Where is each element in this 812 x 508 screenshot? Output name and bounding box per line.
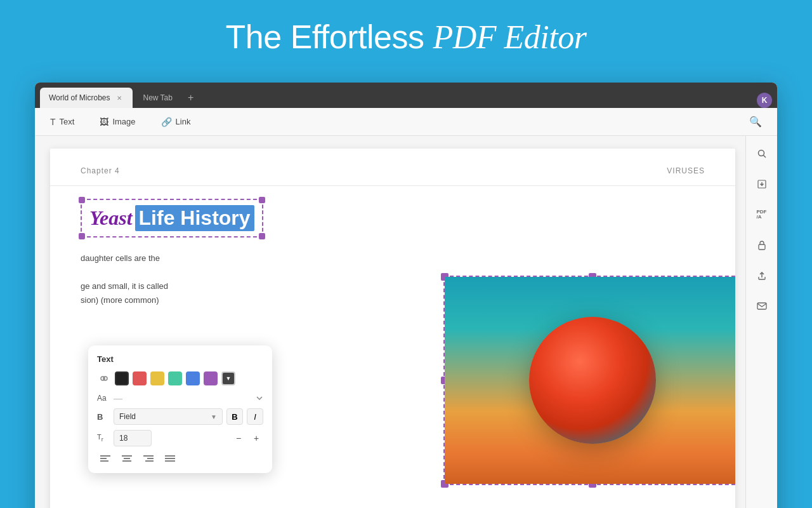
font-aa-label: Aa xyxy=(97,394,110,403)
image-tool[interactable]: 🖼 Image xyxy=(95,114,140,130)
color-yellow[interactable] xyxy=(150,371,164,385)
chevron-down-icon xyxy=(256,394,263,402)
italic-button[interactable]: I xyxy=(247,408,263,425)
color-picker[interactable]: ▼ xyxy=(221,371,235,385)
text-tool[interactable]: T Text xyxy=(45,114,79,130)
tab-new-tab[interactable]: New Tab xyxy=(134,88,181,108)
avatar: K xyxy=(757,93,772,108)
link-icon: 🔗 xyxy=(161,117,172,127)
search-button[interactable]: 🔍 xyxy=(744,113,767,130)
link-label: Link xyxy=(176,117,191,126)
browser-window: World of Microbes ✕ New Tab + K T Text 🖼… xyxy=(35,83,777,508)
svg-point-15 xyxy=(758,150,764,156)
color-blue[interactable] xyxy=(186,371,200,385)
color-black[interactable] xyxy=(115,371,129,385)
tab-world-of-microbes[interactable]: World of Microbes ✕ xyxy=(40,88,133,108)
align-center-button[interactable] xyxy=(119,451,135,465)
page-header: Chapter 4 VIRUSES xyxy=(50,149,735,186)
size-row: Tr 18 − + xyxy=(97,430,263,446)
handle-top-right[interactable] xyxy=(259,197,265,203)
size-minus-button[interactable]: − xyxy=(232,431,246,445)
svg-line-16 xyxy=(763,156,766,158)
sidebar-share-button[interactable] xyxy=(752,265,772,286)
title-selected: Life History xyxy=(135,205,254,231)
image-icon: 🖼 xyxy=(100,117,108,127)
app-title-cursive: PDF Editor xyxy=(433,19,586,55)
toolbar-right: 🔍 xyxy=(744,113,767,130)
dropdown-arrow-icon: ▼ xyxy=(211,413,217,420)
title-selection-box[interactable]: Yeast Life History xyxy=(81,199,263,237)
font-dropdown[interactable]: Field ▼ xyxy=(114,408,223,425)
bold-button[interactable]: B xyxy=(226,408,243,425)
pdf-page: Chapter 4 VIRUSES Yeast Life History xyxy=(50,149,735,508)
size-icon-label: Tr xyxy=(97,433,110,443)
sidebar-lock-button[interactable] xyxy=(752,235,772,255)
title-section: Yeast Life History xyxy=(50,186,735,244)
bold-italic-row: B Field ▼ B I xyxy=(97,408,263,425)
chapter-label: Chapter 4 xyxy=(81,166,120,175)
link-color-icon xyxy=(97,371,111,385)
sidebar-mail-button[interactable] xyxy=(752,296,772,316)
app-header: The Effortless PDF Editor xyxy=(0,0,812,67)
sidebar-download-button[interactable] xyxy=(752,174,772,194)
tab-inactive-label: New Tab xyxy=(143,93,172,102)
popup-title: Text xyxy=(97,354,263,364)
toolbar: T Text 🖼 Image 🔗 Link 🔍 xyxy=(35,108,777,136)
color-red[interactable] xyxy=(133,371,147,385)
app-title-normal: The Effortless xyxy=(226,18,433,55)
sphere-image xyxy=(445,277,735,484)
font-dropdown-value: Field xyxy=(119,412,136,421)
sidebar-pdfa-button[interactable]: PDF/A xyxy=(752,204,772,225)
size-value: 18 xyxy=(119,434,128,443)
title-yeast: Yeast xyxy=(89,206,133,230)
text-label: Text xyxy=(60,117,75,126)
bold-icon-label: B xyxy=(97,412,110,422)
sphere-graphic xyxy=(529,317,656,444)
content-area: Chapter 4 VIRUSES Yeast Life History xyxy=(35,136,777,508)
color-purple[interactable] xyxy=(204,371,218,385)
font-separator: — xyxy=(114,393,122,403)
color-green[interactable] xyxy=(168,371,182,385)
color-row: ▼ xyxy=(97,371,263,385)
size-plus-button[interactable]: + xyxy=(249,431,263,445)
section-label: VIRUSES xyxy=(667,166,705,175)
font-aa-row: Aa — xyxy=(97,393,263,403)
align-justify-button[interactable] xyxy=(162,451,178,465)
svg-rect-21 xyxy=(757,303,766,309)
app-title: The Effortless PDF Editor xyxy=(0,18,812,56)
text-format-popup: Text xyxy=(88,345,272,473)
handle-bottom-right[interactable] xyxy=(259,233,265,239)
title-text: Yeast Life History xyxy=(89,205,254,231)
tab-active-label: World of Microbes xyxy=(49,93,110,102)
text-icon: T xyxy=(50,117,56,127)
handle-bottom-left[interactable] xyxy=(79,233,85,239)
tab-close-icon[interactable]: ✕ xyxy=(115,93,124,102)
tab-bar: World of Microbes ✕ New Tab + K xyxy=(35,83,777,108)
align-row xyxy=(97,451,263,465)
right-sidebar: PDF/A xyxy=(745,136,777,508)
link-tool[interactable]: 🔗 Link xyxy=(156,114,196,130)
align-right-button[interactable] xyxy=(140,451,157,465)
new-tab-button[interactable]: + xyxy=(183,88,199,108)
body-paragraph-1: daughter cells are the xyxy=(81,251,705,265)
svg-rect-19 xyxy=(759,244,765,250)
image-label: Image xyxy=(112,117,135,126)
sidebar-search-button[interactable] xyxy=(752,144,772,164)
handle-top-left[interactable] xyxy=(79,197,85,203)
size-input[interactable]: 18 xyxy=(114,430,152,446)
align-left-button[interactable] xyxy=(97,451,114,465)
image-container[interactable] xyxy=(443,276,735,485)
